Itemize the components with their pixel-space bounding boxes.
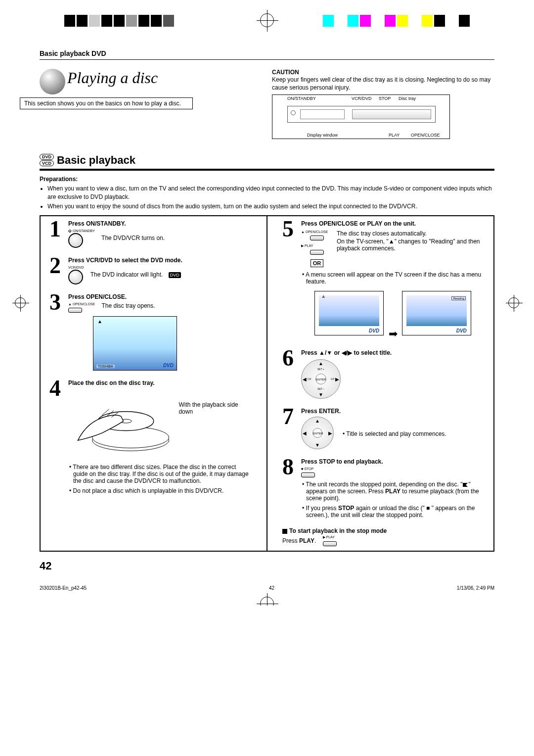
footer-timestamp: 1/13/06, 2:49 PM (457, 585, 494, 591)
step-title: Press ON/STANDBY. (68, 220, 252, 227)
step-title: Press OPEN/CLOSE. (68, 293, 252, 300)
restart-subsection: To start playback in the stop mode Press… (282, 527, 485, 547)
color-bars-right (323, 15, 470, 27)
manual-page: Basic playback DVD Playing a disc This s… (0, 0, 534, 606)
reading-badge: Reading (451, 296, 465, 300)
open-close-button-icon (68, 308, 82, 313)
registration-mark-left (15, 297, 26, 308)
button-label: ▲ OPEN/CLOSE (68, 302, 95, 306)
brand-logo: TOSHIBA (96, 365, 115, 368)
media-badge: DVD VCD (40, 154, 54, 167)
step-title: Press STOP to end playback. (301, 458, 485, 465)
step-3: 3 Press OPEN/CLOSE. ▲ OPEN/CLOSE The dis… (49, 293, 252, 371)
button-label: ⏻ ON/STANDBY (68, 229, 95, 233)
button-label: VCR/DVD (68, 266, 84, 269)
step-note: • The unit records the stopped point, de… (301, 481, 485, 502)
step-title: Place the disc on the disc tray. (68, 379, 252, 386)
play-button-icon (310, 250, 324, 255)
tv-screen-before: ▲ DVD (314, 291, 384, 335)
or-label: OR (311, 259, 324, 267)
caution-text: Keep your fingers well clear of the disc… (272, 76, 494, 92)
hand-placing-disc-icon (68, 386, 174, 461)
dvd-logo-icon: DVD (163, 363, 174, 368)
section-heading: DVD VCD Basic playback (40, 154, 494, 167)
unit-front-panel (287, 106, 436, 123)
dvd-logo-icon: DVD (369, 328, 379, 333)
subsection-title: To start playback in the stop mode (289, 527, 387, 534)
step-number: 4 (49, 379, 64, 494)
steps-panel: 1 Press ON/STANDBY. ⏻ ON/STANDBY The DVD… (40, 215, 494, 552)
prep-item: When you want to view a disc, turn on th… (47, 185, 494, 200)
print-marks-top (0, 15, 534, 40)
section-title-text: Basic playback (57, 154, 135, 167)
step-number: 8 (282, 458, 297, 519)
diagram-label-openclose: OPEN/CLOSE (411, 133, 440, 138)
square-bullet-icon (282, 529, 287, 534)
step-6: 6 Press ▲/▼ or ◀/▶ to select title. ▲▼ ◀… (282, 349, 485, 399)
header-rule (40, 59, 494, 60)
registration-mark-top (260, 13, 274, 27)
tv-screen-tray-open: ▲ DVD TOSHIBA (93, 316, 177, 371)
step-2: 2 Press VCR/DVD to select the DVD mode. … (49, 257, 252, 284)
step-note: • A menu screen will appear on the TV sc… (301, 271, 485, 285)
stop-button-icon (301, 472, 315, 477)
eject-icon: ▲ (321, 293, 326, 299)
step-note: • If you press STOP again or unload the … (301, 505, 485, 519)
vcr-dvd-button-icon (68, 270, 83, 284)
step-note: • Do not place a disc which is unplayabl… (68, 487, 252, 494)
button-label: ▶ PLAY (323, 535, 337, 539)
nav-pad-icon: ▲▼ ◀▶ ENTER (301, 417, 334, 449)
steps-right-column: 5 Press OPEN/CLOSE or PLAY on the unit. … (282, 220, 485, 547)
registration-mark-right (508, 297, 519, 308)
diagram-label-disctray: Disc tray (399, 96, 416, 101)
unit-diagram: ON/STANDBY VCR/DVD STOP Disc tray Displa… (272, 94, 450, 139)
play-button-icon (323, 541, 337, 546)
button-label: ▶ PLAY (301, 244, 333, 248)
color-bars-left (64, 15, 174, 27)
title-sphere-icon (40, 69, 65, 94)
step-1: 1 Press ON/STANDBY. ⏻ ON/STANDBY The DVD… (49, 220, 252, 248)
step-text: The DVD/VCR turns on. (101, 235, 165, 241)
steps-left-column: 1 Press ON/STANDBY. ⏻ ON/STANDBY The DVD… (49, 220, 252, 547)
preparations-title: Preparations: (40, 176, 494, 183)
open-close-button-icon (310, 236, 324, 240)
step-text: The DVD indicator will light. (90, 271, 163, 278)
step-4: 4 Place the disc on the disc tray. (49, 379, 252, 494)
step-title: Press OPEN/CLOSE or PLAY on the unit. (301, 220, 485, 227)
arrow-right-icon: ➡ (389, 328, 398, 340)
step-title: Press ▲/▼ or ◀/▶ to select title. (301, 349, 485, 356)
step-number: 6 (282, 349, 297, 399)
preparations-list: When you want to view a disc, turn on th… (40, 185, 494, 210)
button-label: ■ STOP (301, 467, 315, 471)
step-note: • There are two different disc sizes. Pl… (68, 464, 252, 484)
registration-mark-bottom (260, 597, 274, 606)
step-number: 1 (49, 220, 64, 248)
dvd-logo-icon: DVD (456, 328, 467, 333)
button-label: ▲ OPEN/CLOSE (301, 230, 333, 234)
prep-item: When you want to enjoy the sound of disc… (47, 202, 494, 210)
step-text: With the playback side down (178, 401, 252, 415)
restart-text: Press PLAY. ▶ PLAY (282, 535, 485, 547)
step-number: 2 (49, 257, 64, 284)
resume-flag-icon (462, 482, 468, 487)
step-5: 5 Press OPEN/CLOSE or PLAY on the unit. … (282, 220, 485, 340)
step-title: Press ENTER. (301, 408, 485, 415)
title-row: Playing a disc This section shows you on… (40, 69, 494, 139)
column-divider (267, 216, 267, 551)
step-8: 8 Press STOP to end playback. ■ STOP • T… (282, 458, 485, 519)
footer-pagenum: 42 (269, 585, 274, 591)
subtitle-box: This section shows you on the basics on … (20, 97, 193, 109)
step-number: 5 (282, 220, 297, 340)
diagram-label-onstandby: ON/STANDBY (287, 96, 316, 101)
diagram-label-play: PLAY (389, 133, 400, 138)
eject-icon: ▲ (97, 319, 102, 324)
page-title: Playing a disc (67, 69, 158, 87)
step-number: 3 (49, 293, 64, 371)
caution-title: CAUTION (272, 69, 494, 76)
diagram-label-vcrdvd: VCR/DVD (352, 96, 372, 101)
footer-filename: 2I30201B-En_p42-45 (40, 585, 87, 591)
page-header: Basic playback DVD (40, 49, 494, 57)
step-number: 7 (282, 408, 297, 449)
tv-screen-after: Reading DVD (402, 291, 471, 335)
diagram-label-display: Display window (307, 133, 338, 138)
